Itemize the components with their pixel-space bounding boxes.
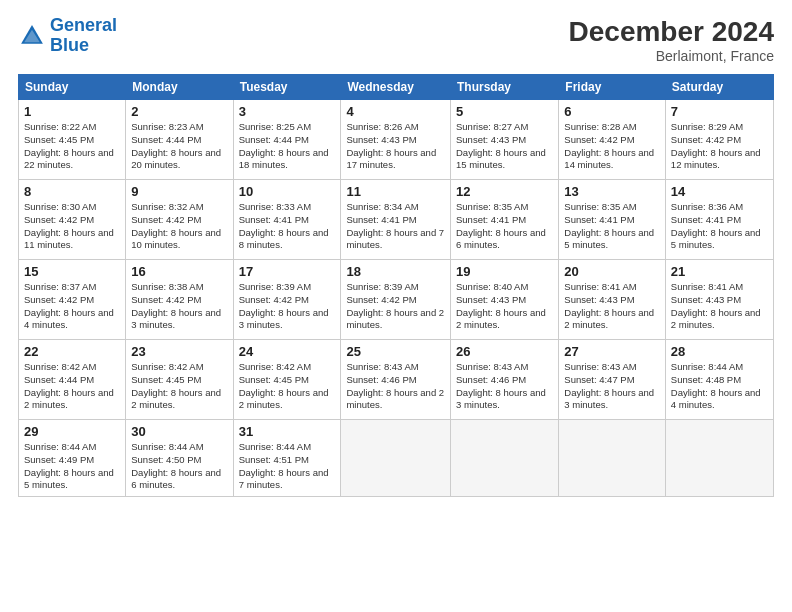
day-number: 21 [671,264,768,279]
table-row [665,420,773,497]
table-row: 21Sunrise: 8:41 AM Sunset: 4:43 PM Dayli… [665,260,773,340]
logo-general: General [50,15,117,35]
header-wednesday: Wednesday [341,75,451,100]
day-info: Sunrise: 8:30 AM Sunset: 4:42 PM Dayligh… [24,201,120,252]
day-info: Sunrise: 8:35 AM Sunset: 4:41 PM Dayligh… [564,201,660,252]
day-info: Sunrise: 8:23 AM Sunset: 4:44 PM Dayligh… [131,121,227,172]
header-saturday: Saturday [665,75,773,100]
month-title: December 2024 [569,16,774,48]
logo-blue: Blue [50,35,89,55]
title-block: December 2024 Berlaimont, France [569,16,774,64]
day-info: Sunrise: 8:26 AM Sunset: 4:43 PM Dayligh… [346,121,445,172]
day-number: 31 [239,424,336,439]
day-number: 23 [131,344,227,359]
table-row: 1Sunrise: 8:22 AM Sunset: 4:45 PM Daylig… [19,100,126,180]
day-number: 17 [239,264,336,279]
table-row: 22Sunrise: 8:42 AM Sunset: 4:44 PM Dayli… [19,340,126,420]
day-number: 15 [24,264,120,279]
day-info: Sunrise: 8:25 AM Sunset: 4:44 PM Dayligh… [239,121,336,172]
table-row: 13Sunrise: 8:35 AM Sunset: 4:41 PM Dayli… [559,180,666,260]
table-row: 2Sunrise: 8:23 AM Sunset: 4:44 PM Daylig… [126,100,233,180]
day-number: 8 [24,184,120,199]
day-info: Sunrise: 8:33 AM Sunset: 4:41 PM Dayligh… [239,201,336,252]
day-info: Sunrise: 8:41 AM Sunset: 4:43 PM Dayligh… [671,281,768,332]
day-info: Sunrise: 8:36 AM Sunset: 4:41 PM Dayligh… [671,201,768,252]
table-row: 4Sunrise: 8:26 AM Sunset: 4:43 PM Daylig… [341,100,451,180]
logo-text: General Blue [50,16,117,56]
day-info: Sunrise: 8:44 AM Sunset: 4:50 PM Dayligh… [131,441,227,492]
day-info: Sunrise: 8:43 AM Sunset: 4:46 PM Dayligh… [346,361,445,412]
table-row [341,420,451,497]
day-number: 2 [131,104,227,119]
table-row: 19Sunrise: 8:40 AM Sunset: 4:43 PM Dayli… [451,260,559,340]
table-row: 18Sunrise: 8:39 AM Sunset: 4:42 PM Dayli… [341,260,451,340]
table-row: 31Sunrise: 8:44 AM Sunset: 4:51 PM Dayli… [233,420,341,497]
table-row [451,420,559,497]
day-info: Sunrise: 8:39 AM Sunset: 4:42 PM Dayligh… [239,281,336,332]
table-row: 24Sunrise: 8:42 AM Sunset: 4:45 PM Dayli… [233,340,341,420]
day-number: 5 [456,104,553,119]
day-info: Sunrise: 8:35 AM Sunset: 4:41 PM Dayligh… [456,201,553,252]
day-info: Sunrise: 8:34 AM Sunset: 4:41 PM Dayligh… [346,201,445,252]
calendar-page: General Blue December 2024 Berlaimont, F… [0,0,792,612]
day-number: 30 [131,424,227,439]
header: General Blue December 2024 Berlaimont, F… [18,16,774,64]
day-number: 19 [456,264,553,279]
day-number: 24 [239,344,336,359]
table-row: 15Sunrise: 8:37 AM Sunset: 4:42 PM Dayli… [19,260,126,340]
day-number: 7 [671,104,768,119]
table-row: 23Sunrise: 8:42 AM Sunset: 4:45 PM Dayli… [126,340,233,420]
day-info: Sunrise: 8:39 AM Sunset: 4:42 PM Dayligh… [346,281,445,332]
header-thursday: Thursday [451,75,559,100]
day-number: 3 [239,104,336,119]
day-number: 12 [456,184,553,199]
day-info: Sunrise: 8:44 AM Sunset: 4:48 PM Dayligh… [671,361,768,412]
day-info: Sunrise: 8:42 AM Sunset: 4:44 PM Dayligh… [24,361,120,412]
table-row: 30Sunrise: 8:44 AM Sunset: 4:50 PM Dayli… [126,420,233,497]
day-number: 6 [564,104,660,119]
table-row: 12Sunrise: 8:35 AM Sunset: 4:41 PM Dayli… [451,180,559,260]
header-friday: Friday [559,75,666,100]
day-info: Sunrise: 8:42 AM Sunset: 4:45 PM Dayligh… [239,361,336,412]
table-row: 7Sunrise: 8:29 AM Sunset: 4:42 PM Daylig… [665,100,773,180]
table-row: 25Sunrise: 8:43 AM Sunset: 4:46 PM Dayli… [341,340,451,420]
day-number: 11 [346,184,445,199]
table-row: 28Sunrise: 8:44 AM Sunset: 4:48 PM Dayli… [665,340,773,420]
table-row: 6Sunrise: 8:28 AM Sunset: 4:42 PM Daylig… [559,100,666,180]
day-number: 22 [24,344,120,359]
table-row: 17Sunrise: 8:39 AM Sunset: 4:42 PM Dayli… [233,260,341,340]
header-sunday: Sunday [19,75,126,100]
table-row: 26Sunrise: 8:43 AM Sunset: 4:46 PM Dayli… [451,340,559,420]
day-info: Sunrise: 8:32 AM Sunset: 4:42 PM Dayligh… [131,201,227,252]
day-number: 4 [346,104,445,119]
day-number: 28 [671,344,768,359]
table-row: 27Sunrise: 8:43 AM Sunset: 4:47 PM Dayli… [559,340,666,420]
table-row: 9Sunrise: 8:32 AM Sunset: 4:42 PM Daylig… [126,180,233,260]
table-row: 14Sunrise: 8:36 AM Sunset: 4:41 PM Dayli… [665,180,773,260]
day-info: Sunrise: 8:43 AM Sunset: 4:47 PM Dayligh… [564,361,660,412]
day-info: Sunrise: 8:38 AM Sunset: 4:42 PM Dayligh… [131,281,227,332]
calendar-table: Sunday Monday Tuesday Wednesday Thursday… [18,74,774,497]
day-info: Sunrise: 8:27 AM Sunset: 4:43 PM Dayligh… [456,121,553,172]
logo-icon [18,22,46,50]
day-info: Sunrise: 8:28 AM Sunset: 4:42 PM Dayligh… [564,121,660,172]
day-number: 27 [564,344,660,359]
table-row: 3Sunrise: 8:25 AM Sunset: 4:44 PM Daylig… [233,100,341,180]
day-number: 18 [346,264,445,279]
table-row: 5Sunrise: 8:27 AM Sunset: 4:43 PM Daylig… [451,100,559,180]
day-number: 16 [131,264,227,279]
day-info: Sunrise: 8:42 AM Sunset: 4:45 PM Dayligh… [131,361,227,412]
header-monday: Monday [126,75,233,100]
day-info: Sunrise: 8:44 AM Sunset: 4:49 PM Dayligh… [24,441,120,492]
day-number: 13 [564,184,660,199]
day-number: 29 [24,424,120,439]
day-number: 14 [671,184,768,199]
day-info: Sunrise: 8:37 AM Sunset: 4:42 PM Dayligh… [24,281,120,332]
day-number: 26 [456,344,553,359]
table-row [559,420,666,497]
table-row: 10Sunrise: 8:33 AM Sunset: 4:41 PM Dayli… [233,180,341,260]
weekday-header-row: Sunday Monday Tuesday Wednesday Thursday… [19,75,774,100]
day-info: Sunrise: 8:40 AM Sunset: 4:43 PM Dayligh… [456,281,553,332]
location: Berlaimont, France [569,48,774,64]
day-info: Sunrise: 8:43 AM Sunset: 4:46 PM Dayligh… [456,361,553,412]
